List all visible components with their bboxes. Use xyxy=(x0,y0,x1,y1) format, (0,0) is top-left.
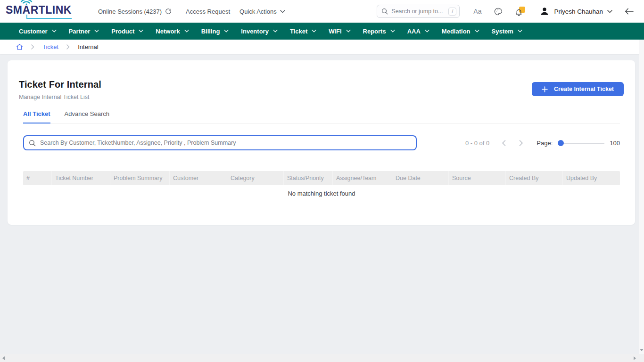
scroll-down-arrow-icon[interactable] xyxy=(640,349,644,351)
chevron-down-icon xyxy=(139,30,143,33)
quick-actions-label: Quick Actions xyxy=(239,8,277,15)
nav-label: System xyxy=(492,28,513,35)
scroll-left-arrow-icon[interactable] xyxy=(2,356,5,360)
user-menu[interactable]: Priyesh Chauhan xyxy=(539,6,612,16)
ticket-search-input[interactable] xyxy=(40,140,411,146)
top-header: SM A RTLINK Online Sessions (4237) Acces… xyxy=(0,0,644,23)
chevron-right-icon xyxy=(31,44,34,49)
page-size-value: 100 xyxy=(610,140,620,147)
nav-item-reports[interactable]: Reports xyxy=(363,28,395,35)
tab-all-ticket[interactable]: All Ticket xyxy=(23,110,50,123)
page-size-slider[interactable] xyxy=(558,140,604,146)
nav-item-product[interactable]: Product xyxy=(111,28,143,35)
nav-item-network[interactable]: Network xyxy=(156,28,189,35)
nav-item-aaa[interactable]: AAA xyxy=(407,28,429,35)
module-navbar: Customer Partner Product Network Billing… xyxy=(0,23,644,40)
global-search-box[interactable]: / xyxy=(377,5,460,18)
font-size-toggle[interactable]: Aa xyxy=(473,8,481,15)
app-root: SM A RTLINK Online Sessions (4237) Acces… xyxy=(0,0,644,225)
logo-underline xyxy=(26,18,72,19)
nav-label: Network xyxy=(156,28,180,35)
list-toolbar: 0 - 0 of 0 Page: 100 xyxy=(23,135,620,150)
nav-label: Ticket xyxy=(290,28,307,35)
search-icon xyxy=(381,8,388,15)
logo-text-pre: SM xyxy=(6,4,23,16)
breadcrumb: Ticket Internal xyxy=(0,40,644,54)
ticket-table: # Ticket Number Problem Summary Customer… xyxy=(23,171,620,202)
column-header-status-priority: Status/Priority xyxy=(284,171,333,185)
column-header-due-date: Due Date xyxy=(392,171,449,185)
page-subtitle: Manage Internal Ticket List xyxy=(19,94,101,100)
vertical-scrollbar[interactable] xyxy=(639,40,644,354)
nav-label: Mediation xyxy=(442,28,471,35)
nav-label: Partner xyxy=(69,28,91,35)
wifi-signal-icon xyxy=(20,0,33,5)
chevron-down-icon xyxy=(273,30,278,33)
nav-label: Reports xyxy=(363,28,386,35)
chevron-down-icon xyxy=(518,30,522,33)
pagination-next-button[interactable] xyxy=(519,140,523,146)
plus-icon xyxy=(542,86,548,92)
search-icon xyxy=(29,140,36,147)
chevron-down-icon xyxy=(346,30,351,33)
nav-item-inventory[interactable]: Inventory xyxy=(241,28,278,35)
refresh-icon[interactable] xyxy=(165,8,172,15)
nav-label: Customer xyxy=(19,28,48,35)
chevron-down-icon xyxy=(390,30,395,33)
pagination-prev-button[interactable] xyxy=(502,140,506,146)
nav-item-wifi[interactable]: WiFi xyxy=(329,28,350,35)
nav-item-mediation[interactable]: Mediation xyxy=(442,28,479,35)
global-search-input[interactable] xyxy=(391,8,445,15)
scroll-right-arrow-icon[interactable] xyxy=(634,356,636,360)
nav-label: AAA xyxy=(407,28,421,35)
nav-item-billing[interactable]: Billing xyxy=(201,28,229,35)
tab-bar: All Ticket Advance Search xyxy=(23,110,620,123)
chevron-down-icon xyxy=(52,30,57,33)
nav-item-customer[interactable]: Customer xyxy=(19,28,57,35)
scrollbar-corner xyxy=(639,354,644,362)
chevron-down-icon xyxy=(607,10,612,13)
nav-item-ticket[interactable]: Ticket xyxy=(290,28,316,35)
chevron-down-icon xyxy=(280,10,285,13)
quick-actions-menu[interactable]: Quick Actions xyxy=(239,8,285,15)
collapse-back-arrow[interactable] xyxy=(625,8,634,15)
bell-icon xyxy=(515,8,523,16)
smartlink-logo[interactable]: SM A RTLINK xyxy=(6,4,72,19)
create-button-label: Create Internal Ticket xyxy=(554,86,614,92)
nav-item-system[interactable]: System xyxy=(492,28,522,35)
ticket-card: Ticket For Internal Manage Internal Tick… xyxy=(8,60,635,225)
nav-label: WiFi xyxy=(329,28,341,35)
search-shortcut-badge: / xyxy=(448,8,456,16)
title-block: Ticket For Internal Manage Internal Tick… xyxy=(19,79,101,100)
table-header-row: # Ticket Number Problem Summary Customer… xyxy=(23,171,620,185)
access-request-link[interactable]: Access Request xyxy=(186,8,230,15)
column-header-source: Source xyxy=(449,171,506,185)
breadcrumb-current: Internal xyxy=(78,43,98,50)
nav-label: Inventory xyxy=(241,28,269,35)
column-header-customer: Customer xyxy=(170,171,227,185)
column-header-index: # xyxy=(23,171,52,185)
pagination-range: 0 - 0 of 0 xyxy=(465,140,489,147)
page-title: Ticket For Internal xyxy=(19,79,101,90)
tab-advance-search[interactable]: Advance Search xyxy=(65,110,109,123)
ticket-search-box[interactable] xyxy=(23,135,417,150)
notifications-bell[interactable] xyxy=(515,7,525,16)
home-icon[interactable] xyxy=(16,43,23,50)
nav-label: Billing xyxy=(201,28,220,35)
breadcrumb-ticket-link[interactable]: Ticket xyxy=(42,43,58,50)
horizontal-scrollbar[interactable] xyxy=(0,354,639,362)
nav-item-partner[interactable]: Partner xyxy=(69,28,99,35)
column-header-problem-summary: Problem Summary xyxy=(110,171,170,185)
column-header-ticket-number: Ticket Number xyxy=(52,171,110,185)
online-sessions-label: Online Sessions (4237) xyxy=(98,8,162,15)
card-header: Ticket For Internal Manage Internal Tick… xyxy=(8,60,635,100)
user-name: Priyesh Chauhan xyxy=(554,8,603,15)
chevron-down-icon xyxy=(312,30,316,33)
chevron-down-icon xyxy=(475,30,479,33)
slider-knob[interactable] xyxy=(558,140,564,146)
online-sessions: Online Sessions (4237) xyxy=(98,8,172,15)
create-internal-ticket-button[interactable]: Create Internal Ticket xyxy=(532,82,624,96)
empty-state-message: No matching ticket found xyxy=(23,185,620,202)
column-header-assignee-team: Assignee/Team xyxy=(333,171,392,185)
theme-palette-icon[interactable] xyxy=(494,7,503,16)
